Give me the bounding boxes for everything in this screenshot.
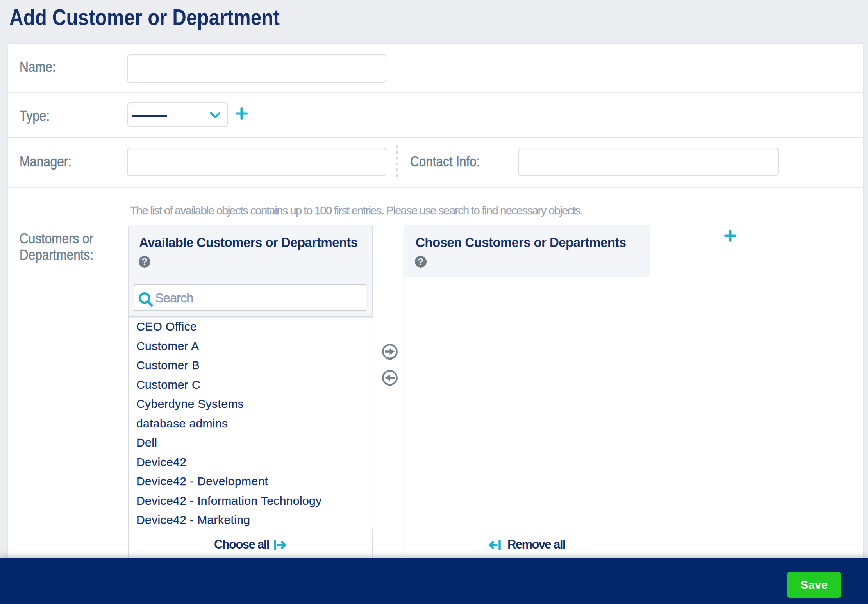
svg-text:?: ? [142,256,148,267]
svg-text:?: ? [418,256,424,267]
